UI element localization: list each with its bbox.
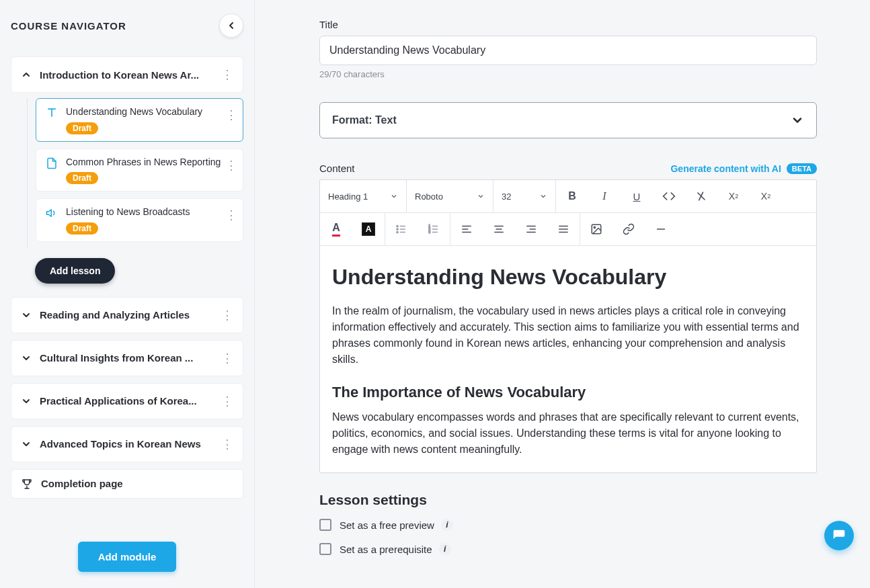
module-menu-button[interactable] [221,65,233,84]
pdf-lesson-icon [44,156,59,171]
ai-link-text: Generate content with AI [670,163,781,174]
main-content: Title 29/70 characters Format: Text Cont… [255,0,870,588]
lesson-title: Listening to News Broadcasts [66,206,235,219]
module-menu-button[interactable] [221,349,233,368]
align-justify-icon [557,223,569,235]
audio-lesson-icon [44,206,59,220]
bullet-list-button[interactable] [385,213,418,245]
lesson-menu-button[interactable] [225,206,237,224]
align-justify-button[interactable] [547,213,580,245]
module-reading[interactable]: Reading and Analyzing Articles [11,297,243,333]
align-left-button[interactable] [450,213,483,245]
numbered-list-icon: 123 [428,223,440,235]
lesson-settings: Lesson settings Set as a free preview i … [319,492,817,555]
svg-marker-0 [47,210,52,217]
svg-point-5 [397,231,398,233]
module-intro[interactable]: Introduction to Korean News Ar... [11,56,243,93]
clear-format-button[interactable] [685,180,717,212]
text-color-icon: A [332,222,340,237]
format-label: Format: Text [332,114,397,126]
prerequisite-row: Set as a prerequisite i [319,543,817,555]
align-right-icon [525,223,537,235]
svg-point-3 [397,228,398,230]
prerequisite-checkbox[interactable] [319,543,331,555]
text-color-button[interactable]: A [320,213,352,245]
sidebar-header: COURSE NAVIGATOR [11,13,243,38]
lesson-item-listening[interactable]: Listening to News Broadcasts Draft [36,198,243,242]
lesson-title-input[interactable] [319,36,817,65]
toolbar-row-2: A A 123 [320,213,816,246]
bold-button[interactable]: B [556,180,588,212]
insert-divider-button[interactable] [645,213,677,245]
format-selector[interactable]: Format: Text [319,102,817,138]
chevron-down-icon [477,192,485,200]
numbered-list-button[interactable]: 123 [418,213,450,245]
divider-icon [655,223,667,235]
chevron-down-icon [539,192,547,200]
highlight-color-button[interactable]: A [352,213,385,245]
settings-heading: Lesson settings [319,492,817,508]
free-preview-checkbox[interactable] [319,519,331,531]
style-select[interactable]: Heading 1 [320,180,406,212]
prerequisite-info-icon[interactable]: i [439,543,451,555]
completion-page-item[interactable]: Completion page [11,469,243,499]
add-lesson-button[interactable]: Add lesson [35,258,115,284]
lesson-menu-button[interactable] [225,106,237,124]
code-button[interactable] [653,180,685,212]
underline-button[interactable]: U [621,180,653,212]
font-select[interactable]: Roboto [407,180,493,212]
align-center-button[interactable] [483,213,515,245]
align-right-button[interactable] [515,213,547,245]
size-select-value: 32 [502,192,511,202]
add-lesson-wrap: Add lesson [35,258,243,284]
module-cultural[interactable]: Cultural Insights from Korean ... [11,340,243,376]
size-select[interactable]: 32 [493,180,555,212]
lesson-body: Common Phrases in News Reporting Draft [66,156,235,185]
char-count: 29/70 characters [319,69,838,79]
doc-p1: In the realm of journalism, the vocabula… [332,303,804,368]
add-module-button[interactable]: Add module [78,542,177,572]
sidebar-title: COURSE NAVIGATOR [11,20,126,32]
module-title: Reading and Analyzing Articles [40,309,221,321]
generate-ai-link[interactable]: Generate content with AI BETA [670,163,817,174]
module-title: Introduction to Korean News Ar... [40,69,221,81]
italic-button[interactable]: I [588,180,621,212]
chevron-up-icon [21,69,32,80]
svg-point-26 [594,226,595,228]
lesson-item-vocabulary[interactable]: Understanding News Vocabulary Draft [36,98,243,142]
superscript-button[interactable]: X2 [750,180,782,212]
lesson-item-phrases[interactable]: Common Phrases in News Reporting Draft [36,149,243,192]
lesson-title: Common Phrases in News Reporting [66,156,235,169]
module-menu-button[interactable] [221,435,233,454]
prerequisite-label: Set as a prerequisite [340,544,432,555]
module-menu-button[interactable] [221,306,233,325]
image-icon [590,223,602,235]
module-practical[interactable]: Practical Applications of Korea... [11,383,243,419]
code-icon [662,190,676,203]
add-module-wrap: Add module [0,542,254,572]
free-preview-info-icon[interactable]: i [441,519,453,531]
svg-point-1 [397,225,398,226]
clear-format-icon [695,190,708,203]
collapse-sidebar-button[interactable] [219,13,243,38]
lesson-menu-button[interactable] [225,156,237,175]
chat-icon [832,529,846,542]
content-label: Content [319,163,355,174]
completion-label: Completion page [41,478,123,489]
chat-fab[interactable] [824,521,854,550]
beta-badge: BETA [787,163,817,174]
subscript-button[interactable]: X2 [717,180,750,212]
draft-badge: Draft [66,222,98,235]
editor-body[interactable]: Understanding News Vocabulary In the rea… [320,246,816,472]
draft-badge: Draft [66,122,98,134]
toolbar-row-1: Heading 1 Roboto 32 B I U [320,180,816,213]
chevron-left-icon [226,20,237,31]
module-menu-button[interactable] [221,392,233,411]
free-preview-row: Set as a free preview i [319,519,817,531]
insert-image-button[interactable] [580,213,612,245]
lesson-title: Understanding News Vocabulary [66,106,235,119]
module-advanced[interactable]: Advanced Topics in Korean News [11,426,243,462]
highlight-icon: A [362,222,375,236]
insert-link-button[interactable] [612,213,645,245]
chevron-down-icon [21,439,32,450]
